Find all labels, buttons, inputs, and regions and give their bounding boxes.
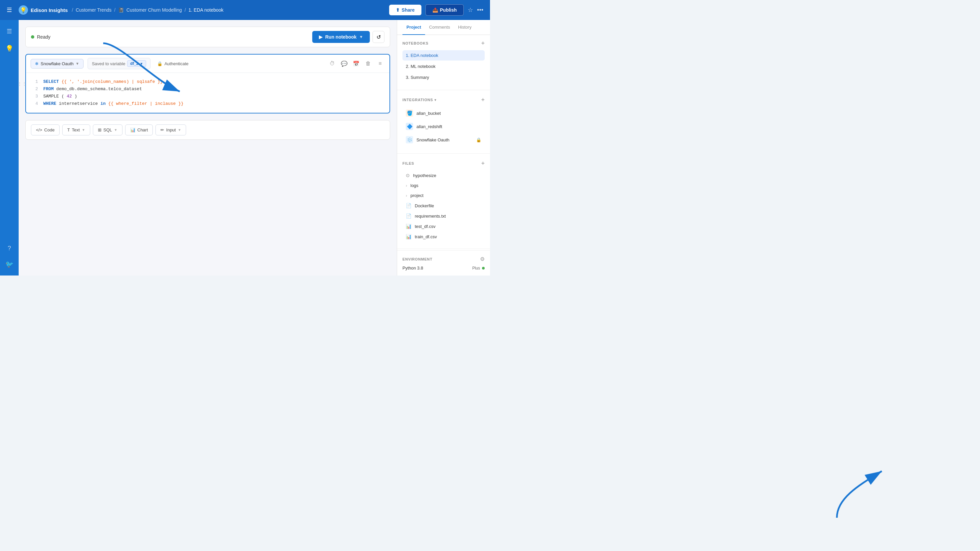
folder-chevron-logs: › [406,183,407,188]
integrations-title: INTEGRATIONS [402,98,433,102]
run-icon: ▶ [319,34,323,40]
integrations-chevron-icon: ▾ [434,98,436,102]
publish-button[interactable]: 📤 Publish [425,4,464,16]
star-icon[interactable]: ☆ [468,6,473,14]
status-bar: Ready ▶ Run notebook ▼ ↺ [25,27,390,47]
file-requirements[interactable]: 📄 requirements.txt [402,211,485,221]
file-hypothesize[interactable]: ⊙ hypothesize [402,170,485,180]
integration-allan-bucket[interactable]: 🪣 allan_bucket [402,107,485,119]
code-cell: ❄ Snowflake Oauth ▼ Saved to variable df… [25,54,390,113]
snowflake-integration-icon: ❄️ [406,136,413,143]
add-notebook-button[interactable]: + [481,40,485,46]
integrations-section: INTEGRATIONS ▾ + 🪣 allan_bucket 🔷 allan_… [397,92,490,152]
tab-project[interactable]: Project [402,20,425,35]
left-sidebar-bottom: ? 🐦 [3,242,15,270]
authenticate-button[interactable]: 🔒 Authenticate [154,60,191,68]
code-cell-wrapper: ⋮⋮ ❄ Snowflake Oauth ▼ Saved to variable… [25,54,390,113]
breadcrumb-churn[interactable]: Customer Churn Modelling [126,7,182,13]
files-header: FILES + [402,160,485,167]
notebooks-header: NOTEBOOKS + [402,40,485,46]
left-nav-help-icon[interactable]: ? [3,242,15,254]
cell-type-snowflake-button[interactable]: ❄ Snowflake Oauth ▼ [30,59,84,68]
input-dropdown-icon: ▼ [178,128,181,132]
folder-chevron-project: › [406,193,407,198]
integration-snowflake-oauth[interactable]: ❄️ Snowflake Oauth 🔒 [402,133,485,146]
add-text-button[interactable]: T Text ▼ [62,124,90,135]
environment-title: ENVIRONMENT [402,257,433,261]
top-navigation: ☰ 💡 Edison Insights / Customer Trends / … [0,0,490,20]
notebook-item-3[interactable]: 3. Summary [402,72,485,83]
cell-delete-icon[interactable]: 🗑 [364,59,373,68]
notebook-item-1[interactable]: 1. EDA notebook [402,50,485,60]
environment-header: ENVIRONMENT ⚙ [402,256,485,262]
sql-icon: ⊞ [98,127,102,132]
more-options-icon[interactable]: ••• [477,7,483,14]
files-title: FILES [402,161,414,165]
breadcrumb: / Customer Trends / 📓 Customer Churn Mod… [72,7,224,13]
add-code-button[interactable]: </> Code [31,124,60,135]
add-cell-toolbar: </> Code T Text ▼ ⊞ SQL ▼ 📊 Chart ✏ Inpu… [25,120,390,140]
left-nav-user-icon[interactable]: 🐦 [3,258,15,270]
add-sql-button[interactable]: ⊞ SQL ▼ [93,124,123,135]
cell-calendar-icon[interactable]: 📅 [352,59,361,68]
saved-to-variable-container: Saved to variable df_2 ▼ [88,58,151,69]
sidebar-tabs: Project Comments History [397,20,490,35]
file-train-csv[interactable]: 📊 train_df.csv [402,232,485,241]
left-nav-lightbulb-icon[interactable]: 💡 [3,43,15,55]
text-icon: T [67,127,70,132]
app-title: Edison Insights [30,7,68,13]
left-sidebar: ☰ 💡 ? 🐦 [0,20,19,275]
file-test-csv[interactable]: 📊 test_df.csv [402,221,485,231]
run-dropdown-icon: ▼ [359,35,363,39]
cell-type-dropdown-icon: ▼ [76,62,79,65]
add-file-button[interactable]: + [481,160,485,167]
integration-allan-redshift[interactable]: 🔷 allan_redshift [402,120,485,133]
breadcrumb-customer-trends[interactable]: Customer Trends [76,7,111,13]
chart-icon: 📊 [130,127,135,132]
menu-icon[interactable]: ☰ [7,6,12,14]
run-notebook-button[interactable]: ▶ Run notebook ▼ [312,31,370,43]
cell-timer-icon[interactable]: ⏱ [328,59,337,68]
variable-badge[interactable]: df_2 ▼ [127,60,146,67]
tab-history[interactable]: History [454,20,476,35]
breadcrumb-notebook-icon: 📓 [118,7,124,13]
app-logo[interactable]: 💡 Edison Insights [19,5,68,14]
file-logs[interactable]: › logs [402,181,485,190]
environment-gear-icon[interactable]: ⚙ [480,256,485,262]
status-ready: Ready [31,34,50,40]
test-csv-icon: 📊 [406,224,412,229]
cell-menu-icon[interactable]: ≡ [375,59,385,68]
breadcrumb-current: 1. EDA notebook [188,7,223,13]
cell-comment-icon[interactable]: 💬 [339,59,349,68]
left-nav-list-icon[interactable]: ☰ [3,25,15,37]
file-dockerfile[interactable]: 📄 Dockerfile [402,201,485,211]
refresh-button[interactable]: ↺ [372,31,385,43]
notebook-item-2[interactable]: 2. ML notebook [402,61,485,71]
nav-right: ⬆ Share 📤 Publish ☆ ••• [389,4,483,16]
add-chart-button[interactable]: 📊 Chart [125,124,153,135]
share-button[interactable]: ⬆ Share [389,5,422,15]
status-dot [31,35,34,39]
requirements-icon: 📄 [406,213,412,219]
environment-badge: Plus [473,266,485,270]
sql-dropdown-icon: ▼ [114,128,118,132]
snowflake-icon: ❄ [35,61,39,66]
main-layout: ☰ 💡 ? 🐦 Ready ▶ Run notebook ▼ ↺ [0,20,490,275]
redshift-icon: 🔷 [406,123,413,130]
environment-section: ENVIRONMENT ⚙ Python 3.8 Plus [397,250,490,275]
center-content: Ready ▶ Run notebook ▼ ↺ ⋮⋮ ❄ [19,20,397,275]
code-content[interactable]: 1 SELECT {{ ', '.join(column_names) | sq… [26,73,390,113]
cell-toolbar: ❄ Snowflake Oauth ▼ Saved to variable df… [26,55,390,73]
integration-lock-icon: 🔒 [476,137,481,142]
dockerfile-icon: 📄 [406,203,412,208]
code-icon: </> [36,127,42,132]
run-area: ▶ Run notebook ▼ ↺ [312,31,385,43]
variable-dropdown-icon: ▼ [140,62,143,65]
github-icon: ⊙ [406,173,410,178]
environment-status-dot [482,267,485,270]
add-integration-button[interactable]: + [481,97,485,103]
file-project[interactable]: › project [402,191,485,200]
add-input-button[interactable]: ✏ Input ▼ [156,124,186,135]
s3-icon: 🪣 [406,110,413,117]
tab-comments[interactable]: Comments [425,20,454,35]
